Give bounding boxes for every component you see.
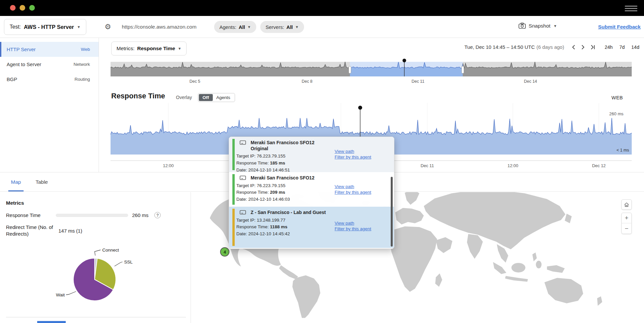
overlay-agents-button[interactable]: Agents [213, 94, 234, 101]
layer-category: Network [73, 62, 90, 67]
help-icon[interactable]: ? [154, 212, 161, 218]
range-24h[interactable]: 24h [604, 45, 612, 50]
redirect-time-label: Redirect Time (No. of Redirects) [6, 224, 56, 238]
timeline-brush-chart[interactable] [111, 56, 632, 77]
x-tick: 12:00 [163, 163, 174, 168]
x-tick: Dec 11 [421, 163, 434, 168]
filter-by-agent-link[interactable]: Filter by this agent [335, 190, 371, 195]
test-target-url: https://console.aws.amazon.com [122, 24, 197, 30]
agent-status-bar [232, 209, 235, 246]
brush-handle-right[interactable] [462, 66, 464, 73]
layer-label: Agent to Server [7, 61, 41, 67]
servers-value: All [286, 24, 293, 30]
tooltip-entry[interactable]: Meraki San Francisco SFO12 Original Targ… [229, 137, 394, 172]
agent-monitor-icon [240, 140, 246, 145]
range-7d[interactable]: 7d [619, 45, 625, 50]
metrics-panel: Metrics Response Time 260 ms ? Redirect … [0, 192, 191, 323]
agent-monitor-icon [240, 175, 246, 180]
sidebar-item-agent-to-server[interactable]: Agent to Server Network [0, 57, 99, 72]
app-window: Test: AWS - HTTP Server ▼ ⚙ https://cons… [0, 0, 644, 323]
agent-data-tooltip: Meraki San Francisco SFO12 Original Targ… [229, 137, 394, 249]
layer-category: Web [81, 47, 90, 52]
agents-value: All [239, 24, 245, 30]
pie-label-ssl: SSL [124, 260, 133, 265]
home-icon [624, 202, 629, 207]
layer-category: Routing [74, 77, 90, 82]
test-layers-sidebar: HTTP Server Web Agent to Server Network … [0, 38, 99, 172]
view-path-link[interactable]: View path [335, 184, 371, 189]
hamburger-menu-icon[interactable] [625, 4, 637, 12]
y-axis-min-label: < 1 ms [606, 148, 629, 153]
metrics-heading: Metrics [6, 200, 24, 206]
servers-filter[interactable]: Servers: All ▼ [260, 21, 304, 33]
pie-label-connect: Connect [102, 248, 119, 253]
agent-name: Z - San Francisco - Lab and Guest [251, 210, 330, 216]
sample-date: Date: 2024-12-10 14:46:03 [236, 196, 389, 203]
tooltip-scrollbar[interactable] [391, 177, 393, 247]
time-navigation: Tue, Dec 10 14:45 – 14:50 UTC (6 days ag… [464, 44, 639, 50]
brush-handle-left[interactable] [349, 66, 351, 73]
sample-date: Date: 2024-12-10 14:46:51 [236, 167, 389, 172]
snapshot-label: Snapshot [529, 23, 551, 29]
agent-status-bar [232, 139, 235, 170]
overlay-label: Overlay [176, 95, 192, 100]
sidebar-item-http-server[interactable]: HTTP Server Web [0, 42, 99, 57]
snapshot-button[interactable]: Snapshot ▼ [519, 23, 557, 29]
layer-label: HTTP Server [7, 47, 36, 52]
tooltip-entry[interactable]: Z - San Francisco - Lab and Guest Target… [229, 207, 394, 248]
x-tick: Dec 12 [592, 163, 605, 168]
tab-map[interactable]: Map [11, 172, 21, 191]
test-selector[interactable]: Test: AWS - HTTP Server ▼ [4, 19, 86, 35]
zoom-out-button[interactable]: − [622, 223, 631, 234]
response-time-bar-track [56, 214, 128, 217]
view-path-link[interactable]: View path [335, 149, 371, 154]
map-home-button[interactable] [621, 199, 632, 210]
overlay-off-button[interactable]: Off [199, 94, 213, 101]
cluster-count: 4 [223, 250, 226, 255]
previous-round-icon[interactable] [571, 45, 576, 50]
brush-tick: Dec 5 [190, 79, 201, 84]
gear-icon[interactable]: ⚙ [105, 23, 111, 31]
close-window-button[interactable] [10, 5, 16, 11]
agent-cluster-marker[interactable]: 4 [220, 247, 229, 257]
tooltip-entry[interactable]: Meraki San Francisco SFO12 Target IP: 76… [229, 172, 394, 207]
agent-status-bar [232, 174, 235, 205]
response-time-line: Response Time: 185 ms [236, 160, 389, 167]
agents-filter[interactable]: Agents: All ▼ [214, 21, 256, 33]
date-ago-label: (6 days ago) [536, 44, 564, 50]
submit-feedback-link[interactable]: Submit Feedback [598, 24, 641, 30]
chart-title: Response Time [111, 92, 165, 100]
x-tick: 12:00 [508, 163, 519, 168]
maximize-window-button[interactable] [29, 5, 35, 11]
view-path-link[interactable]: View path [335, 221, 371, 226]
tab-table[interactable]: Table [36, 172, 48, 191]
servers-label: Servers: [266, 24, 284, 30]
test-name: AWS - HTTP Server [24, 24, 74, 30]
metrics-selector[interactable]: Metrics: Response Time ▼ [111, 42, 187, 55]
latest-round-icon[interactable] [590, 45, 596, 50]
chevron-down-icon: ▼ [247, 25, 251, 29]
sidebar-item-bgp[interactable]: BGP Routing [0, 72, 99, 87]
agent-name: Meraki San Francisco SFO12 [251, 175, 330, 181]
zoom-in-button[interactable]: + [622, 213, 631, 223]
layer-label: BGP [7, 76, 17, 82]
brush-tick: Dec 14 [524, 79, 537, 84]
brush-tick: Dec 8 [302, 79, 313, 84]
sample-date: Date: 2024-12-10 14:45:42 [236, 231, 389, 238]
metrics-value: Response Time [137, 46, 175, 52]
overlay-toggle: Off Agents [198, 93, 235, 102]
horizontal-scrollbar-thumb[interactable] [37, 321, 66, 323]
agents-label: Agents: [219, 24, 236, 30]
agent-monitor-icon [240, 210, 246, 215]
test-label: Test: [10, 24, 21, 30]
range-14d[interactable]: 14d [631, 45, 639, 50]
chevron-down-icon: ▼ [178, 47, 182, 51]
filter-by-agent-link[interactable]: Filter by this agent [335, 155, 371, 160]
response-time-row: Response Time 260 ms ? [6, 212, 179, 218]
minimize-window-button[interactable] [20, 5, 25, 11]
metrics-label: Metrics: [117, 46, 134, 52]
next-round-icon[interactable] [581, 45, 585, 50]
chevron-down-icon: ▼ [295, 25, 299, 29]
filter-by-agent-link[interactable]: Filter by this agent [335, 226, 371, 231]
date-range-label: Tue, Dec 10 14:45 – 14:50 UTC [464, 44, 535, 50]
